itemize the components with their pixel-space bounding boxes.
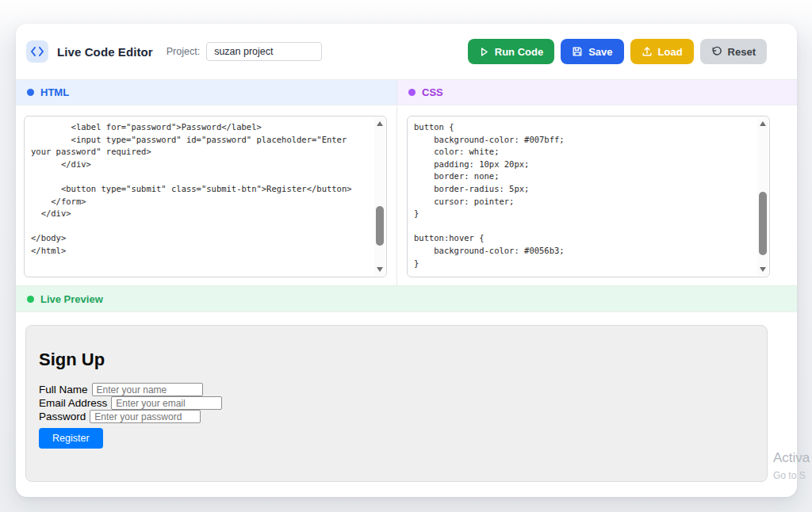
live-preview-frame: Sign Up Full Name Email Address Password… <box>25 325 768 482</box>
preview-signup-heading: Sign Up <box>39 350 754 370</box>
scrollbar-thumb[interactable] <box>376 206 384 246</box>
reset-label: Reset <box>728 46 756 58</box>
scrollbar-thumb[interactable] <box>759 192 767 255</box>
preview-fullname-input[interactable] <box>92 383 203 396</box>
html-panel: HTML <label for="password">Password</lab… <box>16 80 396 285</box>
preview-dot-icon <box>27 296 34 303</box>
css-code-editor[interactable]: button { background-color: #007bff; colo… <box>407 116 770 277</box>
floppy-save-icon <box>572 46 583 57</box>
css-panel: CSS button { background-color: #007bff; … <box>396 80 797 285</box>
live-preview-label: Live Preview <box>40 293 103 305</box>
css-editor-scrollbar[interactable] <box>757 117 768 276</box>
css-code-text[interactable]: button { background-color: #007bff; colo… <box>408 117 752 269</box>
load-button[interactable]: Load <box>630 39 694 64</box>
preview-password-row: Password <box>39 410 754 423</box>
preview-register-button[interactable]: Register <box>39 428 103 449</box>
scroll-up-icon[interactable] <box>760 121 766 126</box>
run-code-label: Run Code <box>495 46 543 58</box>
preview-email-input[interactable] <box>111 396 222 410</box>
reset-button[interactable]: Reset <box>700 39 767 64</box>
load-label: Load <box>658 46 683 58</box>
css-panel-header: CSS <box>397 80 797 105</box>
html-panel-label: HTML <box>40 86 69 98</box>
scroll-up-icon[interactable] <box>377 121 383 126</box>
css-panel-label: CSS <box>422 86 443 98</box>
reset-rotate-icon <box>711 46 722 57</box>
play-icon <box>479 47 489 57</box>
preview-email-row: Email Address <box>39 396 754 410</box>
scroll-down-icon[interactable] <box>760 267 766 272</box>
preview-password-input[interactable] <box>90 410 201 423</box>
upload-icon <box>642 46 653 57</box>
html-panel-header: HTML <box>16 80 396 105</box>
css-dot-icon <box>408 89 416 96</box>
code-brackets-icon <box>26 40 48 63</box>
save-button[interactable]: Save <box>561 39 623 64</box>
project-name-input[interactable] <box>206 42 322 61</box>
preview-fullname-row: Full Name <box>39 383 754 396</box>
editor-panels: HTML <label for="password">Password</lab… <box>16 79 797 285</box>
live-preview-area: Sign Up Full Name Email Address Password… <box>16 312 797 482</box>
preview-email-label: Email Address <box>39 397 107 409</box>
html-code-editor[interactable]: <label for="password">Password</label> <… <box>24 116 387 277</box>
preview-fullname-label: Full Name <box>39 384 88 395</box>
toolbar: Live Code Editor Project: Run Code <box>16 24 797 79</box>
project-label: Project: <box>167 46 200 57</box>
scroll-down-icon[interactable] <box>377 267 383 272</box>
html-editor-scrollbar[interactable] <box>374 117 385 276</box>
toolbar-buttons: Run Code Save <box>468 39 767 64</box>
run-code-button[interactable]: Run Code <box>468 39 554 64</box>
preview-password-label: Password <box>39 411 86 422</box>
app-title: Live Code Editor <box>57 45 153 59</box>
live-code-editor-card: Live Code Editor Project: Run Code <box>16 24 797 497</box>
save-label: Save <box>588 46 612 58</box>
html-dot-icon <box>27 89 34 96</box>
html-code-text[interactable]: <label for="password">Password</label> <… <box>25 117 369 258</box>
live-preview-header: Live Preview <box>16 285 797 312</box>
